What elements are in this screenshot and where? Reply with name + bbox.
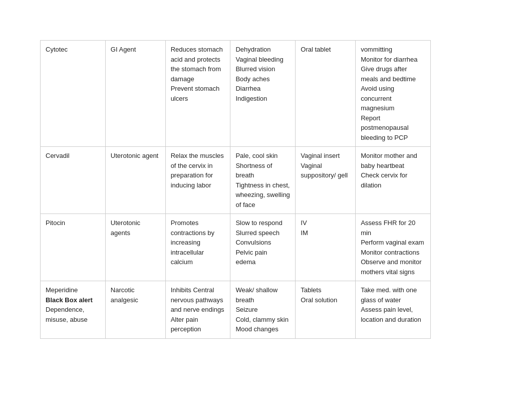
page-wrapper: CytotecGI AgentReduces stomach acid and … bbox=[0, 0, 532, 379]
drug-table: CytotecGI AgentReduces stomach acid and … bbox=[40, 40, 431, 339]
drug-side-effects-cell: Weak/ shallow breathSeizureCold, clammy … bbox=[230, 281, 296, 339]
drug-class-cell: Uterotonic agent bbox=[105, 147, 165, 214]
table-row: CervadilUterotonic agentRelax the muscle… bbox=[41, 147, 431, 214]
drug-name: Meperidine bbox=[46, 286, 78, 294]
drug-side-effects-cell: Slow to respondSlurred speechConvulsions… bbox=[230, 214, 296, 281]
drug-extra-info: Dependence, misuse, abuse bbox=[46, 306, 88, 323]
drug-nursing-cell: Assess FHR for 20 minPerform vaginal exa… bbox=[356, 214, 431, 281]
drug-route-cell: Oral tablet bbox=[296, 41, 356, 147]
drug-nursing-cell: Take med. with one glass of waterAssess … bbox=[356, 281, 431, 339]
drug-action-cell: Relax the muscles of the cervix in prepa… bbox=[165, 147, 230, 214]
drug-route-cell: Vaginal insertVaginal suppository/ gell bbox=[296, 147, 356, 214]
drug-action-cell: Reduces stomach acid and protects the st… bbox=[165, 41, 230, 147]
drug-name: Pitocin bbox=[46, 219, 65, 227]
drug-black-box: Black Box alert bbox=[46, 296, 93, 304]
drug-name-cell: Pitocin bbox=[41, 214, 106, 281]
table-row: MeperidineBlack Box alertDependence, mis… bbox=[41, 281, 431, 339]
drug-name-cell: Cytotec bbox=[41, 41, 106, 147]
drug-action-cell: Promotes contractions by increasing intr… bbox=[165, 214, 230, 281]
drug-side-effects-cell: DehydrationVaginal bleedingBlurred visio… bbox=[230, 41, 296, 147]
table-row: PitocinUterotonic agentsPromotes contrac… bbox=[41, 214, 431, 281]
drug-action-cell: Inhibits Central nervous pathways and ne… bbox=[165, 281, 230, 339]
drug-nursing-cell: Monitor mother and baby heartbeatCheck c… bbox=[356, 147, 431, 214]
drug-class-cell: GI Agent bbox=[105, 41, 165, 147]
drug-nursing-cell: vommittingMonitor for diarrheaGive drugs… bbox=[356, 41, 431, 147]
drug-class-cell: Uterotonic agents bbox=[105, 214, 165, 281]
drug-name-cell: Cervadil bbox=[41, 147, 106, 214]
drug-name: Cytotec bbox=[46, 46, 68, 53]
table-row: CytotecGI AgentReduces stomach acid and … bbox=[41, 41, 431, 147]
drug-route-cell: IVIM bbox=[296, 214, 356, 281]
drug-class-cell: Narcotic analgesic bbox=[105, 281, 165, 339]
drug-name: Cervadil bbox=[46, 152, 70, 159]
drug-side-effects-cell: Pale, cool skinShortness of breathTightn… bbox=[230, 147, 296, 214]
drug-route-cell: TabletsOral solution bbox=[296, 281, 356, 339]
drug-name-cell: MeperidineBlack Box alertDependence, mis… bbox=[41, 281, 106, 339]
